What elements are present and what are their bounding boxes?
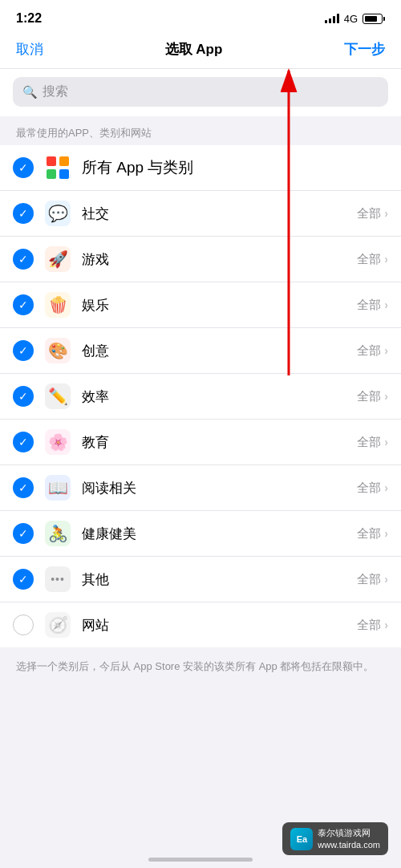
- website-label: 网站: [82, 616, 357, 635]
- chevron-icon: ›: [384, 344, 388, 357]
- checkmark-icon: ✓: [18, 528, 28, 539]
- status-time: 1:22: [16, 11, 42, 26]
- signal-icon: [325, 14, 339, 23]
- list-item[interactable]: ✓ 所有 App 与类别: [0, 145, 401, 191]
- check-other[interactable]: ✓: [13, 569, 34, 590]
- svg-rect-1: [47, 156, 56, 166]
- chevron-icon: ›: [384, 527, 388, 540]
- chevron-icon: ›: [384, 390, 388, 403]
- watermark-info: 泰尔镇游戏网 www.tairda.com: [318, 827, 380, 850]
- svg-rect-4: [59, 169, 69, 179]
- check-website[interactable]: [13, 614, 34, 635]
- list-item[interactable]: ✓ 🚴 健康健美 全部 ›: [0, 511, 401, 557]
- svg-rect-3: [47, 169, 56, 179]
- checkmark-icon: ✓: [18, 345, 28, 356]
- health-sub: 全部: [357, 526, 381, 541]
- chevron-icon: ›: [384, 253, 388, 266]
- watermark: Ea 泰尔镇游戏网 www.tairda.com: [282, 822, 388, 855]
- all-apps-label: 所有 App 与类别: [82, 157, 388, 178]
- page-title: 选取 App: [165, 40, 223, 59]
- checkmark-icon: ✓: [18, 482, 28, 493]
- check-reading[interactable]: ✓: [13, 477, 34, 498]
- list-item[interactable]: ✓ 🍿 娱乐 全部 ›: [0, 282, 401, 328]
- section-label: 最常使用的APP、类别和网站: [0, 116, 401, 145]
- next-button[interactable]: 下一步: [344, 40, 385, 59]
- network-type: 4G: [344, 13, 358, 25]
- education-sub: 全部: [357, 435, 381, 450]
- checkmark-icon: ✓: [18, 162, 28, 173]
- check-games[interactable]: ✓: [13, 249, 34, 270]
- other-label: 其他: [82, 570, 357, 589]
- home-indicator: [148, 858, 253, 862]
- check-entertainment[interactable]: ✓: [13, 294, 34, 315]
- all-apps-icon: [45, 155, 71, 180]
- reading-icon: 📖: [45, 475, 71, 501]
- website-sub: 全部: [357, 618, 381, 633]
- chevron-icon: ›: [384, 436, 388, 448]
- chevron-icon: ›: [384, 298, 388, 311]
- nav-bar: 取消 选取 App 下一步: [0, 32, 401, 69]
- list-item[interactable]: ✓ 📖 阅读相关 全部 ›: [0, 465, 401, 511]
- productivity-sub: 全部: [357, 389, 381, 404]
- check-all-apps[interactable]: ✓: [13, 157, 34, 178]
- search-container: 🔍 搜索: [0, 69, 401, 116]
- list-item[interactable]: ✓ ✏️ 效率 全部 ›: [0, 374, 401, 420]
- footer-note: 选择一个类别后，今后从 App Store 安装的该类所有 App 都将包括在限…: [0, 647, 401, 686]
- games-sub: 全部: [357, 252, 381, 267]
- social-icon: 💬: [45, 201, 71, 226]
- search-bar[interactable]: 🔍 搜索: [13, 77, 388, 107]
- social-label: 社交: [82, 205, 357, 223]
- chevron-icon: ›: [384, 619, 388, 631]
- check-health[interactable]: ✓: [13, 523, 34, 544]
- battery-icon: [363, 14, 385, 24]
- svg-rect-2: [59, 156, 69, 166]
- check-creative[interactable]: ✓: [13, 340, 34, 361]
- watermark-logo: Ea: [290, 828, 313, 850]
- checkmark-icon: ✓: [18, 574, 28, 585]
- checkmark-icon: ✓: [18, 299, 28, 310]
- games-icon: 🚀: [45, 246, 71, 272]
- games-label: 游戏: [82, 250, 357, 269]
- creative-sub: 全部: [357, 343, 381, 359]
- health-label: 健康健美: [82, 525, 357, 543]
- checkmark-icon: ✓: [18, 254, 28, 265]
- other-sub: 全部: [357, 572, 381, 587]
- app-list: ✓ 所有 App 与类别 ✓ 💬 社交 全部 › ✓ 🚀: [0, 145, 401, 647]
- watermark-site-url: www.tairda.com: [318, 839, 380, 850]
- search-placeholder: 搜索: [43, 83, 68, 100]
- check-social[interactable]: ✓: [13, 203, 34, 224]
- status-icons: 4G: [325, 13, 385, 25]
- entertainment-icon: 🍿: [45, 292, 71, 318]
- list-item[interactable]: ✓ 🚀 游戏 全部 ›: [0, 237, 401, 282]
- website-icon: 🧭: [45, 612, 71, 638]
- search-icon: 🔍: [22, 85, 38, 99]
- checkmark-icon: ✓: [18, 391, 28, 402]
- productivity-label: 效率: [82, 387, 357, 406]
- list-item[interactable]: ✓ 🌸 教育 全部 ›: [0, 420, 401, 465]
- checkmark-icon: ✓: [18, 208, 28, 219]
- status-bar: 1:22 4G: [0, 0, 401, 32]
- check-education[interactable]: ✓: [13, 432, 34, 452]
- checkmark-icon: ✓: [18, 436, 28, 448]
- entertainment-sub: 全部: [357, 298, 381, 313]
- watermark-site-name: 泰尔镇游戏网: [318, 827, 380, 838]
- health-icon: 🚴: [45, 521, 71, 546]
- education-label: 教育: [82, 433, 357, 452]
- social-sub: 全部: [357, 206, 381, 221]
- creative-label: 创意: [82, 342, 357, 360]
- other-icon: •••: [45, 566, 71, 592]
- list-item[interactable]: ✓ 🎨 创意 全部 ›: [0, 328, 401, 374]
- reading-sub: 全部: [357, 481, 381, 496]
- chevron-icon: ›: [384, 481, 388, 494]
- list-item[interactable]: 🧭 网站 全部 ›: [0, 602, 401, 647]
- cancel-button[interactable]: 取消: [16, 40, 43, 59]
- watermark-logo-text: Ea: [297, 834, 307, 844]
- education-icon: 🌸: [45, 429, 71, 455]
- chevron-icon: ›: [384, 207, 388, 220]
- productivity-icon: ✏️: [45, 383, 71, 409]
- reading-label: 阅读相关: [82, 479, 357, 497]
- list-item[interactable]: ✓ 💬 社交 全部 ›: [0, 191, 401, 237]
- check-productivity[interactable]: ✓: [13, 386, 34, 407]
- chevron-icon: ›: [384, 573, 388, 586]
- list-item[interactable]: ✓ ••• 其他 全部 ›: [0, 557, 401, 602]
